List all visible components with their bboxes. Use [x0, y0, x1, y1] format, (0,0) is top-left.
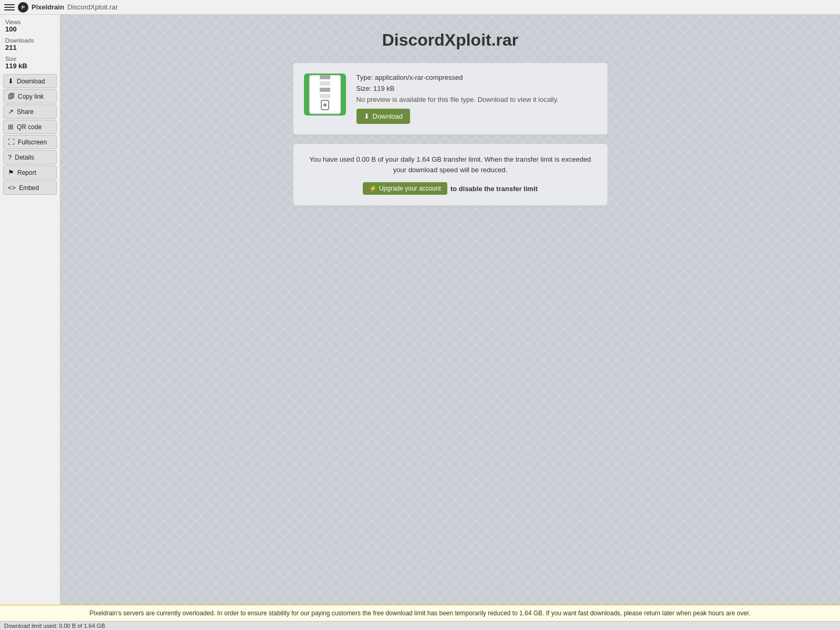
- rar-file-icon: [307, 74, 343, 115]
- qr-code-icon: ⊞: [8, 123, 14, 131]
- download-arrow-icon: ⬇: [364, 112, 370, 120]
- size-value: 119 kB: [5, 62, 57, 70]
- sidebar-qr-code-label: QR code: [17, 123, 41, 131]
- file-title: DiscordXploit.rar: [382, 30, 519, 50]
- menu-icon[interactable]: [4, 2, 15, 13]
- views-label: Views: [5, 19, 57, 25]
- file-info-card: Type: application/x-rar-compressed Size:…: [293, 62, 608, 135]
- sidebar-details-label: Details: [15, 154, 34, 161]
- upgrade-btn-label: Upgrade your account: [379, 185, 441, 192]
- no-preview-message: No preview is available for this file ty…: [356, 96, 597, 103]
- file-type: Type: application/x-rar-compressed: [356, 74, 597, 81]
- sidebar-share-button[interactable]: ↗ Share: [3, 104, 57, 119]
- downloads-stat: Downloads 211: [3, 37, 57, 51]
- sidebar-download-button[interactable]: ⬇ Download: [3, 74, 57, 88]
- transfer-message: You have used 0.00 B of your daily 1.64 …: [309, 154, 592, 175]
- brand-name: Pixeldrain: [32, 3, 64, 11]
- upgrade-row: ⚡ Upgrade your account to disable the tr…: [309, 182, 592, 195]
- app-logo: P: [18, 2, 28, 13]
- views-value: 100: [5, 25, 57, 33]
- report-icon: ⚑: [8, 169, 14, 176]
- upgrade-suffix: to disable the transfer limit: [450, 185, 538, 193]
- svg-rect-3: [320, 88, 330, 92]
- lightning-icon: ⚡: [369, 185, 377, 192]
- content-area: DiscordXploit.rar Type: applicatio: [60, 15, 840, 605]
- file-size-info: Size: 119 kB: [356, 85, 597, 92]
- svg-rect-4: [320, 94, 330, 98]
- upgrade-account-button[interactable]: ⚡ Upgrade your account: [363, 182, 447, 195]
- details-icon: ?: [8, 153, 12, 161]
- sidebar-details-button[interactable]: ? Details: [3, 150, 57, 164]
- sidebar-qr-code-button[interactable]: ⊞ QR code: [3, 120, 57, 134]
- file-icon-wrap: [304, 74, 346, 116]
- sidebar: Views 100 Downloads 211 Size 119 kB ⬇ Do…: [0, 15, 60, 605]
- svg-rect-1: [320, 75, 330, 79]
- sidebar-copy-link-button[interactable]: 🗐 Copy link: [3, 89, 57, 103]
- main-download-button[interactable]: ⬇ Download: [356, 109, 411, 124]
- sidebar-copy-link-label: Copy link: [18, 93, 44, 100]
- embed-icon: <>: [8, 184, 16, 192]
- notification-text: Pixeldrain's servers are currently overl…: [90, 610, 751, 617]
- views-stat: Views 100: [3, 19, 57, 33]
- file-details: Type: application/x-rar-compressed Size:…: [356, 74, 597, 124]
- svg-point-6: [323, 103, 327, 107]
- size-label: Size: [5, 56, 57, 62]
- sidebar-download-label: Download: [17, 78, 45, 85]
- share-icon: ↗: [8, 108, 14, 116]
- size-stat: Size 119 kB: [3, 56, 57, 70]
- sidebar-fullscreen-label: Fullscreen: [18, 139, 47, 146]
- sidebar-report-button[interactable]: ⚑ Report: [3, 165, 57, 180]
- copy-link-icon: 🗐: [8, 92, 15, 100]
- status-text: Download limit used: 0.00 B of 1.64 GB: [4, 623, 105, 629]
- sidebar-embed-label: Embed: [19, 184, 39, 192]
- status-bar: Download limit used: 0.00 B of 1.64 GB: [0, 621, 840, 630]
- topbar: P Pixeldrain DiscordXploit.rar: [0, 0, 840, 15]
- downloads-value: 211: [5, 44, 57, 51]
- svg-rect-2: [320, 81, 330, 86]
- downloads-label: Downloads: [5, 37, 57, 44]
- bottom-notification: Pixeldrain's servers are currently overl…: [0, 605, 840, 621]
- download-icon: ⬇: [8, 77, 14, 85]
- main-layout: Views 100 Downloads 211 Size 119 kB ⬇ Do…: [0, 15, 840, 605]
- sidebar-embed-button[interactable]: <> Embed: [3, 181, 57, 195]
- sidebar-fullscreen-button[interactable]: ⛶ Fullscreen: [3, 135, 57, 149]
- sidebar-share-label: Share: [17, 108, 34, 116]
- sidebar-report-label: Report: [17, 169, 36, 176]
- transfer-limit-card: You have used 0.00 B of your daily 1.64 …: [293, 143, 608, 206]
- topbar-filename: DiscordXploit.rar: [67, 3, 118, 11]
- fullscreen-icon: ⛶: [8, 138, 15, 146]
- main-download-label: Download: [373, 112, 403, 120]
